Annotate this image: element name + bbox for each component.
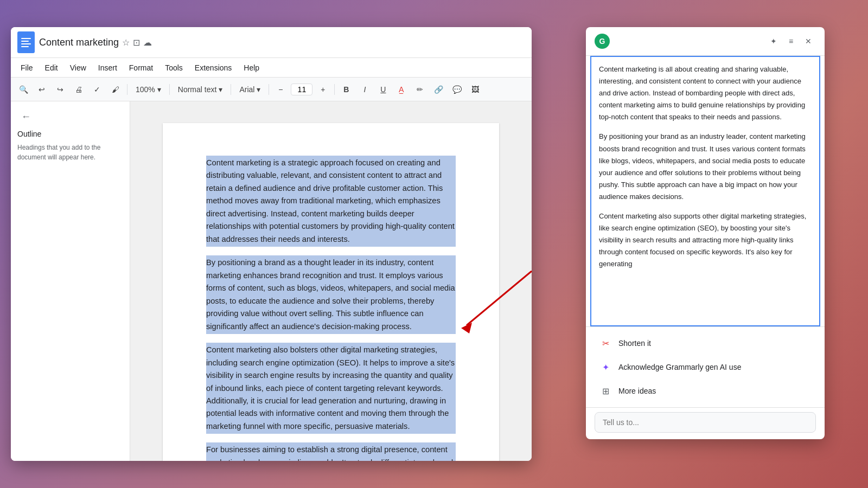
action-acknowledge-label: Acknowledge Grammarly gen AI use xyxy=(618,363,741,371)
gdocs-titlebar: Content marketing ☆ ⊡ ☁ xyxy=(11,27,532,58)
content-para-4[interactable]: For businesses aiming to establish a str… xyxy=(206,442,456,461)
title-row: Content marketing ☆ ⊡ ☁ xyxy=(39,37,525,48)
acknowledge-icon: ✦ xyxy=(599,361,612,374)
gdocs-document-content: Content marketing is a strategic approac… xyxy=(130,101,532,461)
zoom-chevron-icon: ▾ xyxy=(157,85,161,94)
outline-title: Outline xyxy=(17,130,123,138)
action-shorten-label: Shorten it xyxy=(618,339,651,348)
print-btn[interactable]: 🖨 xyxy=(71,81,87,98)
grammarly-close-btn[interactable]: ✕ xyxy=(801,34,816,49)
action-more-ideas-label: More ideas xyxy=(618,387,656,395)
action-shorten[interactable]: ✂ Shorten it xyxy=(595,331,816,355)
gdocs-sidebar: ← Outline Headings that you add to the d… xyxy=(11,101,130,461)
sidebar-back-btn[interactable]: ← xyxy=(17,108,35,125)
gdocs-page: Content marketing is a strategic approac… xyxy=(163,123,499,461)
link-btn[interactable]: 🔗 xyxy=(430,81,446,98)
toolbar-divider-2 xyxy=(169,84,170,95)
style-value: Normal text xyxy=(178,85,217,94)
bold-btn[interactable]: B xyxy=(338,81,354,98)
comment-btn[interactable]: 💬 xyxy=(449,81,465,98)
gdocs-logo-icon xyxy=(17,31,35,53)
toolbar-divider-5 xyxy=(334,84,335,95)
menu-help[interactable]: Help xyxy=(238,61,265,74)
content-para-2[interactable]: By positioning a brand as a thought lead… xyxy=(206,255,456,334)
redo-btn[interactable]: ↪ xyxy=(52,81,68,98)
italic-btn[interactable]: I xyxy=(356,81,373,98)
grammarly-input-area xyxy=(586,407,825,439)
menu-edit[interactable]: Edit xyxy=(40,61,63,74)
star-icon[interactable]: ☆ xyxy=(122,37,130,48)
style-dropdown[interactable]: Normal text ▾ xyxy=(173,82,228,97)
document-title[interactable]: Content marketing xyxy=(39,37,119,48)
grammarly-panel: G ✦ ≡ ✕ Content marketing is all about c… xyxy=(586,27,825,439)
spellcheck-btn[interactable]: ✓ xyxy=(89,81,105,98)
gdocs-menubar: File Edit View Insert Format Tools Exten… xyxy=(11,58,532,78)
outline-hint: Headings that you add to the document wi… xyxy=(17,143,123,162)
content-para-3[interactable]: Content marketing also bolsters other di… xyxy=(206,343,456,434)
grammarly-para-3: Content marketing also supports other di… xyxy=(599,210,812,270)
menu-view[interactable]: View xyxy=(65,61,92,74)
folder-icon[interactable]: ⊡ xyxy=(133,37,140,48)
gdocs-window: Content marketing ☆ ⊡ ☁ File Edit View I… xyxy=(11,27,532,461)
grammarly-logo-icon: G xyxy=(595,34,610,49)
font-dropdown[interactable]: Arial ▾ xyxy=(234,82,265,97)
grammarly-para-2: By positioning your brand as an industry… xyxy=(599,131,812,203)
title-area: Content marketing ☆ ⊡ ☁ xyxy=(39,37,525,48)
grammarly-actions: ✂ Shorten it ✦ Acknowledge Grammarly gen… xyxy=(586,326,825,407)
style-chevron-icon: ▾ xyxy=(219,85,222,94)
menu-tools[interactable]: Tools xyxy=(159,61,188,74)
grammarly-sparkle-btn[interactable]: ✦ xyxy=(766,34,781,49)
grammarly-logo-letter: G xyxy=(599,37,605,46)
image-btn[interactable]: 🖼 xyxy=(467,81,483,98)
text-color-btn[interactable]: A̲ xyxy=(393,81,410,98)
font-size-increase-btn[interactable]: + xyxy=(315,81,331,98)
highlight-btn[interactable]: ✏ xyxy=(412,81,428,98)
menu-format[interactable]: Format xyxy=(124,61,158,74)
menu-file[interactable]: File xyxy=(15,61,39,74)
font-size-input[interactable]: 11 xyxy=(291,84,312,95)
underline-btn[interactable]: U xyxy=(375,81,391,98)
font-size-decrease-btn[interactable]: − xyxy=(272,81,289,98)
undo-btn[interactable]: ↩ xyxy=(34,81,50,98)
grammarly-tell-us-input[interactable] xyxy=(595,412,816,433)
font-value: Arial xyxy=(239,85,254,94)
menu-insert[interactable]: Insert xyxy=(93,61,123,74)
toolbar-divider-3 xyxy=(231,84,231,95)
action-acknowledge[interactable]: ✦ Acknowledge Grammarly gen AI use xyxy=(595,355,816,379)
grammarly-para-1: Content marketing is all about creating … xyxy=(599,63,812,123)
action-more-ideas[interactable]: ⊞ More ideas xyxy=(595,379,816,403)
grammarly-bars-btn[interactable]: ≡ xyxy=(783,34,799,49)
content-para-1[interactable]: Content marketing is a strategic approac… xyxy=(206,156,456,247)
grammarly-header-actions: ✦ ≡ ✕ xyxy=(766,34,816,49)
zoom-dropdown[interactable]: 100% ▾ xyxy=(131,82,166,97)
grammarly-header: G ✦ ≡ ✕ xyxy=(586,27,825,56)
grammarly-suggested-content: Content marketing is all about creating … xyxy=(590,56,820,326)
font-chevron-icon: ▾ xyxy=(257,85,260,94)
toolbar-divider-4 xyxy=(269,84,269,95)
shorten-icon: ✂ xyxy=(599,337,612,350)
zoom-value: 100% xyxy=(136,85,155,94)
toolbar-divider-1 xyxy=(127,84,127,95)
cloud-icon[interactable]: ☁ xyxy=(143,37,152,48)
menu-extensions[interactable]: Extensions xyxy=(189,61,237,74)
paint-format-btn[interactable]: 🖌 xyxy=(107,81,124,98)
gdocs-toolbar: 🔍 ↩ ↪ 🖨 ✓ 🖌 100% ▾ Normal text ▾ Arial ▾… xyxy=(11,78,532,101)
more-ideas-icon: ⊞ xyxy=(599,384,612,397)
gdocs-body: ← Outline Headings that you add to the d… xyxy=(11,101,532,461)
search-btn[interactable]: 🔍 xyxy=(15,81,31,98)
